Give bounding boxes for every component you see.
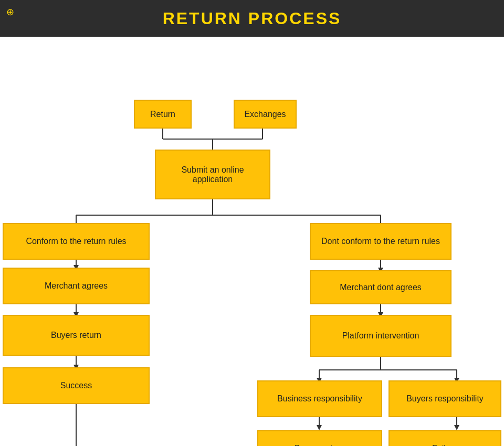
header: ⊕ RETURN PROCESS — [0, 0, 504, 37]
svg-marker-29 — [317, 425, 322, 430]
business-resp-box: Business responsibility — [257, 380, 382, 417]
crosshair-icon: ⊕ — [6, 6, 17, 17]
merchant-dont-box: Merchant dont agrees — [310, 270, 452, 304]
dont-conform-box: Dont conform to the return rules — [310, 223, 452, 260]
svg-marker-31 — [454, 425, 459, 430]
exchanges-box: Exchanges — [234, 100, 297, 129]
page-title: RETURN PROCESS — [163, 9, 342, 28]
buyers-resp-box: Buyers responsibility — [388, 380, 501, 417]
conform-box: Conform to the return rules — [3, 223, 150, 260]
success-box: Success — [3, 367, 150, 404]
return-box: Return — [134, 100, 192, 129]
submit-box: Submit an online application — [155, 150, 270, 199]
diagram-area: Return Exchanges Submit an online applic… — [0, 37, 504, 446]
platform-box: Platform intervention — [310, 315, 452, 357]
failure-box: Failure — [388, 430, 501, 446]
merchant-agrees-box: Merchant agrees — [3, 268, 150, 304]
buyers-return-left-box: Buyers return — [3, 315, 150, 356]
buyers-return-right-box: Buyers return — [257, 430, 382, 446]
